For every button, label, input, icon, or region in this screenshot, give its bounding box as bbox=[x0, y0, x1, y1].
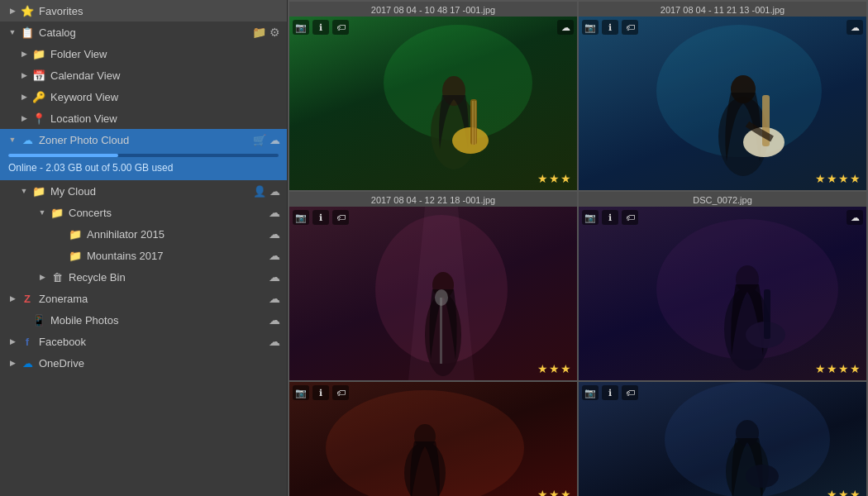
mountains-cloud-badge: ☁ bbox=[269, 249, 280, 262]
tag-icon-6[interactable]: 🏷 bbox=[622, 385, 638, 400]
concerts-cloud-badge: ☁ bbox=[269, 206, 280, 219]
sidebar: ⭐ Favorites 📋 Catalog 📁 ⚙ 📁 Folder View … bbox=[0, 0, 288, 496]
svg-point-17 bbox=[435, 289, 448, 306]
cart-icon[interactable]: 🛒 bbox=[253, 134, 266, 146]
storage-text: Online - 2.03 GB out of 5.00 GB used bbox=[8, 162, 173, 174]
tag-icon-4[interactable]: 🏷 bbox=[622, 210, 638, 225]
info-icon-2[interactable]: ℹ bbox=[602, 20, 618, 35]
my-cloud-label: My Cloud bbox=[50, 185, 250, 198]
tag-icon-3[interactable]: 🏷 bbox=[332, 210, 349, 225]
sidebar-item-catalog[interactable]: 📋 Catalog 📁 ⚙ bbox=[0, 21, 287, 43]
facebook-arrow bbox=[7, 336, 18, 347]
tag-icon-2[interactable]: 🏷 bbox=[622, 20, 638, 35]
my-cloud-folder-icon: 📁 bbox=[31, 184, 46, 198]
sidebar-item-mountains[interactable]: 📁 Mountains 2017 ☁ bbox=[0, 245, 287, 266]
tag-icon-5[interactable]: 🏷 bbox=[332, 385, 349, 400]
photo-image-wrap-3: 📷 ℹ 🏷 ★★★ bbox=[289, 207, 577, 380]
person-icon[interactable]: 👤 bbox=[253, 185, 266, 198]
photo-stars-4: ★★★★ bbox=[815, 362, 861, 375]
camera-icon-4[interactable]: 📷 bbox=[582, 210, 599, 225]
mountains-label: Mountains 2017 bbox=[87, 250, 265, 262]
photo-stars-6: ★★★ bbox=[827, 488, 861, 496]
sidebar-item-folder-view[interactable]: 📁 Folder View bbox=[0, 43, 287, 64]
cloud-icon: ☁ bbox=[20, 132, 35, 147]
photo-cell-4[interactable]: DSC_0072.jpg bbox=[579, 192, 866, 380]
sidebar-item-recycle-bin[interactable]: 🗑 Recycle Bin ☁ bbox=[0, 266, 287, 288]
sidebar-item-facebook[interactable]: f Facebook ☁ bbox=[0, 331, 287, 352]
photo-overlay-top-4: 📷 ℹ 🏷 bbox=[582, 210, 638, 225]
svg-rect-22 bbox=[764, 289, 770, 339]
cloud-overlay-2: ☁ bbox=[847, 20, 863, 35]
cloud-overlay-1: ☁ bbox=[557, 20, 574, 35]
sidebar-item-favorites[interactable]: ⭐ Favorites bbox=[0, 0, 287, 21]
sidebar-item-concerts[interactable]: 📁 Concerts ☁ bbox=[0, 202, 287, 223]
cloud-icon-sm[interactable]: ☁ bbox=[269, 185, 280, 198]
camera-icon-1[interactable]: 📷 bbox=[293, 20, 309, 35]
onedrive-icon: ☁ bbox=[20, 355, 35, 370]
cloud-status-icon-1: ☁ bbox=[557, 20, 574, 35]
photo-cell-6[interactable]: 📷 ℹ 🏷 ★★★ DSC_0087.jpg bbox=[579, 382, 866, 496]
photo-stars-1: ★★★ bbox=[537, 172, 572, 185]
mobile-photos-cloud-badge: ☁ bbox=[269, 313, 280, 327]
sidebar-item-calendar-view[interactable]: 📅 Calendar View bbox=[0, 64, 287, 86]
recycle-bin-label: Recycle Bin bbox=[69, 271, 265, 284]
sidebar-item-keyword-view[interactable]: 🔑 Keyword View bbox=[0, 86, 287, 107]
info-icon-4[interactable]: ℹ bbox=[602, 210, 618, 225]
storage-bar-container: Online - 2.03 GB out of 5.00 GB used bbox=[0, 150, 287, 180]
keyword-view-arrow bbox=[18, 91, 30, 103]
recycle-bin-arrow bbox=[36, 271, 48, 283]
sidebar-item-my-cloud[interactable]: 📁 My Cloud 👤 ☁ bbox=[0, 180, 287, 202]
photo-concert-img-4 bbox=[579, 207, 866, 380]
info-icon-1[interactable]: ℹ bbox=[312, 20, 329, 35]
location-view-arrow bbox=[18, 112, 30, 124]
photo-concert-img-2 bbox=[579, 17, 866, 190]
tag-icon-1[interactable]: 🏷 bbox=[332, 20, 349, 35]
concerts-arrow bbox=[36, 207, 48, 218]
zonerama-cloud-badge: ☁ bbox=[269, 292, 280, 305]
photo-cell-1[interactable]: 2017 08 04 - 10 48 17 -001.jpg bbox=[289, 2, 577, 190]
photo-cell-5[interactable]: 📷 ℹ 🏷 ★★★ DSC_0086.jpg bbox=[289, 382, 577, 496]
photo-filename-4: DSC_0072.jpg bbox=[579, 192, 866, 207]
sidebar-item-mobile-photos[interactable]: 📱 Mobile Photos ☁ bbox=[0, 309, 287, 331]
photo-overlay-top-2: 📷 ℹ 🏷 bbox=[582, 20, 638, 35]
storage-progress-fill bbox=[8, 154, 118, 157]
catalog-add-icon[interactable]: 📁 bbox=[252, 26, 266, 39]
sidebar-item-location-view[interactable]: 📍 Location View bbox=[0, 107, 287, 129]
folder-view-label: Folder View bbox=[50, 48, 280, 60]
photo-image-wrap-4: 📷 ℹ 🏷 ☁ ★★★★ bbox=[579, 207, 866, 380]
annihilator-label: Annihilator 2015 bbox=[87, 228, 265, 241]
photo-concert-img-3 bbox=[289, 207, 577, 380]
camera-icon-2[interactable]: 📷 bbox=[582, 20, 599, 35]
photo-stars-5: ★★★ bbox=[537, 488, 572, 496]
photo-grid: 2017 08 04 - 10 48 17 -001.jpg bbox=[288, 0, 868, 496]
facebook-label: Facebook bbox=[39, 336, 265, 348]
info-icon-3[interactable]: ℹ bbox=[312, 210, 329, 225]
favorites-label: Favorites bbox=[39, 5, 280, 17]
sidebar-item-zoner-cloud[interactable]: ☁ Zoner Photo Cloud 🛒 ☁ bbox=[0, 129, 287, 150]
zoner-cloud-label: Zoner Photo Cloud bbox=[39, 134, 250, 146]
info-icon-5[interactable]: ℹ bbox=[312, 385, 329, 400]
info-icon-6[interactable]: ℹ bbox=[602, 385, 618, 400]
photo-overlay-top-6: 📷 ℹ 🏷 bbox=[582, 385, 638, 400]
sidebar-item-annihilator[interactable]: 📁 Annihilator 2015 ☁ bbox=[0, 223, 287, 245]
photo-cell-2[interactable]: 2017 08 04 - 11 21 13 -001.jpg bbox=[579, 2, 866, 190]
camera-icon-5[interactable]: 📷 bbox=[293, 385, 309, 400]
recycle-bin-cloud-badge: ☁ bbox=[269, 270, 280, 284]
photo-cell-3[interactable]: 2017 08 04 - 12 21 18 -001.jpg bbox=[289, 192, 577, 380]
folder-icon: 📁 bbox=[31, 46, 46, 61]
svg-point-29 bbox=[746, 465, 779, 488]
zoner-cloud-arrow bbox=[7, 134, 18, 145]
catalog-settings-icon[interactable]: ⚙ bbox=[269, 26, 280, 39]
concerts-label: Concerts bbox=[69, 207, 265, 219]
mountains-folder-icon: 📁 bbox=[68, 248, 83, 263]
location-view-label: Location View bbox=[50, 112, 280, 125]
sidebar-item-onedrive[interactable]: ☁ OneDrive bbox=[0, 352, 287, 374]
cloud-sync-icon[interactable]: ☁ bbox=[269, 134, 280, 146]
sidebar-item-zonerama[interactable]: Z Zonerama ☁ bbox=[0, 288, 287, 309]
camera-icon-6[interactable]: 📷 bbox=[582, 385, 599, 400]
photo-overlay-top-5: 📷 ℹ 🏷 bbox=[293, 385, 349, 400]
camera-icon-3[interactable]: 📷 bbox=[293, 210, 309, 225]
cloud-status-icon-4: ☁ bbox=[847, 210, 863, 225]
zonerama-icon: Z bbox=[20, 291, 35, 306]
main-content: 2017 08 04 - 10 48 17 -001.jpg bbox=[288, 0, 868, 496]
